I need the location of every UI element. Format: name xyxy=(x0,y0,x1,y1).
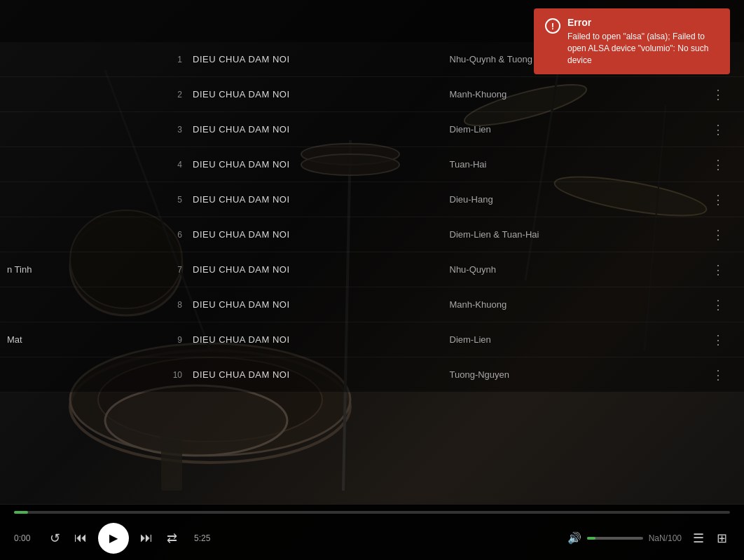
track-row[interactable]: 10 DIEU CHUA DAM NOI Tuong-Nguyen ⋮ xyxy=(0,357,744,392)
error-title: Error xyxy=(567,17,719,28)
prev-button[interactable]: ⏮ xyxy=(71,528,90,548)
track-list: 1 DIEU CHUA DAM NOI Nhu-Quynh & Tuong ⋮ … xyxy=(0,42,744,504)
track-row[interactable]: 6 DIEU CHUA DAM NOI Diem-Lien & Tuan-Hai… xyxy=(0,217,744,252)
track-artist: Tuong-Nguyen xyxy=(450,369,707,380)
queue-button[interactable]: ☰ xyxy=(690,528,707,549)
track-row[interactable]: 5 DIEU CHUA DAM NOI Dieu-Hang ⋮ xyxy=(0,182,744,217)
track-number: 2 xyxy=(168,90,182,100)
track-artist: Tuan-Hai xyxy=(450,159,707,170)
track-artist: Diem-Lien xyxy=(450,334,707,345)
error-content: Error Failed to open "alsa" (alsa); Fail… xyxy=(567,17,719,66)
track-row[interactable]: n Tinh 7 DIEU CHUA DAM NOI Nhu-Quynh ⋮ xyxy=(0,252,744,287)
track-number: 1 xyxy=(168,55,182,64)
right-controls: ☰ ⊞ xyxy=(690,528,730,549)
track-menu-button[interactable]: ⋮ xyxy=(706,154,730,175)
volume-fill xyxy=(587,537,595,540)
track-title: DIEU CHUA DAM NOI xyxy=(193,334,450,345)
track-title: DIEU CHUA DAM NOI xyxy=(193,54,450,64)
play-icon: ▶ xyxy=(109,531,118,545)
track-number: 6 xyxy=(168,230,182,240)
track-artist: Manh-Khuong xyxy=(450,299,707,310)
volume-section: 🔊 NaN/100 xyxy=(567,531,682,545)
prev-icon: ⏮ xyxy=(74,531,87,545)
shuffle-icon: ⇄ xyxy=(167,531,177,546)
track-menu-button[interactable]: ⋮ xyxy=(706,189,730,210)
track-artist: Nhu-Quynh xyxy=(450,264,707,275)
progress-fill xyxy=(14,511,28,514)
main-container: ! Error Failed to open "alsa" (alsa); Fa… xyxy=(0,0,744,560)
album-button[interactable]: ⊞ xyxy=(714,528,730,549)
track-row[interactable]: 4 DIEU CHUA DAM NOI Tuan-Hai ⋮ xyxy=(0,147,744,182)
repeat-icon: ↺ xyxy=(50,531,60,546)
progress-row xyxy=(14,505,730,519)
album-icon: ⊞ xyxy=(717,531,727,546)
track-number: 3 xyxy=(168,125,182,135)
track-number: 9 xyxy=(168,335,182,345)
volume-bar[interactable] xyxy=(587,537,643,540)
track-artist: Diem-Lien & Tuan-Hai xyxy=(450,229,707,240)
volume-label: NaN/100 xyxy=(649,533,682,543)
shuffle-button[interactable]: ⇄ xyxy=(164,528,180,549)
progress-bar[interactable] xyxy=(14,511,730,514)
error-body: Failed to open "alsa" (alsa); Failed to … xyxy=(567,31,719,66)
volume-icon: 🔊 xyxy=(567,531,581,545)
player-bar: 0:00 ↺ ⏮ ▶ ⏭ ⇄ 5:25 🔊 xyxy=(0,504,744,560)
track-row[interactable]: 3 DIEU CHUA DAM NOI Diem-Lien ⋮ xyxy=(0,112,744,147)
track-title: DIEU CHUA DAM NOI xyxy=(193,159,450,170)
track-menu-button[interactable]: ⋮ xyxy=(706,294,730,315)
error-icon: ! xyxy=(545,18,560,34)
track-left-label: Mat xyxy=(0,334,22,345)
track-title: DIEU CHUA DAM NOI xyxy=(193,194,450,205)
track-artist: Dieu-Hang xyxy=(450,194,707,205)
track-left-label: n Tinh xyxy=(0,264,32,275)
queue-icon: ☰ xyxy=(693,531,704,546)
current-time: 0:00 xyxy=(14,533,39,543)
track-title: DIEU CHUA DAM NOI xyxy=(193,299,450,310)
repeat-button[interactable]: ↺ xyxy=(47,528,63,549)
next-button[interactable]: ⏭ xyxy=(137,528,156,548)
track-artist: Diem-Lien xyxy=(450,124,707,135)
track-row[interactable]: 2 DIEU CHUA DAM NOI Manh-Khuong ⋮ xyxy=(0,77,744,112)
track-title: DIEU CHUA DAM NOI xyxy=(193,229,450,240)
track-menu-button[interactable]: ⋮ xyxy=(706,259,730,280)
track-menu-button[interactable]: ⋮ xyxy=(706,119,730,140)
player-controls-row: 0:00 ↺ ⏮ ▶ ⏭ ⇄ 5:25 🔊 xyxy=(14,519,730,557)
track-menu-button[interactable]: ⋮ xyxy=(706,224,730,245)
track-title: DIEU CHUA DAM NOI xyxy=(193,124,450,135)
track-number: 10 xyxy=(168,370,182,380)
track-number: 7 xyxy=(168,265,182,275)
track-menu-button[interactable]: ⋮ xyxy=(706,84,730,105)
track-artist: Manh-Khuong xyxy=(450,89,707,100)
track-number: 5 xyxy=(168,195,182,205)
track-title: DIEU CHUA DAM NOI xyxy=(193,264,450,275)
total-time: 5:25 xyxy=(194,533,219,543)
track-number: 4 xyxy=(168,160,182,170)
track-number: 8 xyxy=(168,300,182,310)
track-title: DIEU CHUA DAM NOI xyxy=(193,89,450,100)
play-button[interactable]: ▶ xyxy=(98,523,129,554)
track-menu-button[interactable]: ⋮ xyxy=(706,364,730,385)
error-toast: ! Error Failed to open "alsa" (alsa); Fa… xyxy=(534,8,730,74)
next-icon: ⏭ xyxy=(140,531,153,545)
track-menu-button[interactable]: ⋮ xyxy=(706,329,730,350)
track-row[interactable]: 8 DIEU CHUA DAM NOI Manh-Khuong ⋮ xyxy=(0,287,744,322)
track-row[interactable]: Mat 9 DIEU CHUA DAM NOI Diem-Lien ⋮ xyxy=(0,322,744,357)
track-title: DIEU CHUA DAM NOI xyxy=(193,369,450,380)
